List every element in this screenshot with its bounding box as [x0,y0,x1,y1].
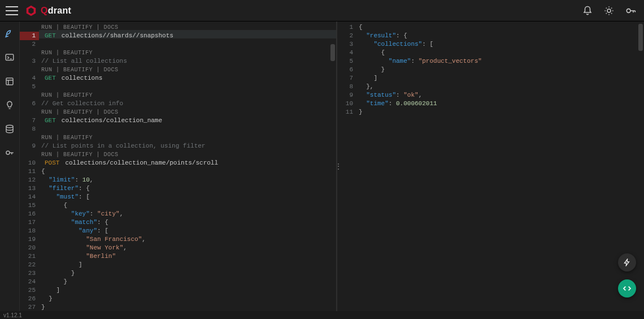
left-gutter: 1234567891011121314151617181920212223242… [20,21,39,311]
sidebar-tutorial-icon[interactable] [3,98,16,112]
svg-point-7 [6,151,10,154]
response-viewer: 1234567891011 { "result": { "collections… [336,21,644,311]
sidebar-console-icon[interactable] [3,51,16,64]
split-drag-handle[interactable]: ⋮ [335,161,342,172]
svg-point-2 [607,9,611,12]
sidebar-keys-icon[interactable] [3,146,16,160]
logo-text: Qdrant [41,6,71,16]
left-code[interactable]: RUN | BEAUTIFY | DOCSGETcollections//sha… [39,21,336,311]
logo-icon [25,5,37,17]
svg-point-3 [626,8,630,12]
editor-split: 1234567891011121314151617181920212223242… [20,21,644,311]
svg-point-6 [6,125,13,128]
code-fab[interactable] [618,279,636,298]
run-fab[interactable] [618,253,636,271]
notifications-icon[interactable] [580,3,595,19]
sidebar-datasets-icon[interactable] [3,122,16,136]
footer: v1.12.1 [0,311,644,319]
key-icon[interactable] [623,3,638,19]
menu-button[interactable] [6,6,18,15]
svg-rect-5 [6,78,13,85]
theme-toggle-icon[interactable] [601,3,617,19]
right-code: { "result": { "collections": [ { "name":… [356,21,644,311]
sidebar [0,21,20,311]
request-editor[interactable]: 1234567891011121314151617181920212223242… [20,21,336,311]
version-label: v1.12.1 [3,312,22,318]
sidebar-quickstart-icon[interactable] [3,27,16,41]
top-bar: Qdrant [0,0,644,21]
main-area: 1234567891011121314151617181920212223242… [0,21,644,311]
fab-stack [618,253,636,298]
svg-rect-4 [6,54,14,61]
sidebar-collections-icon[interactable] [3,75,16,88]
logo[interactable]: Qdrant [25,5,71,17]
